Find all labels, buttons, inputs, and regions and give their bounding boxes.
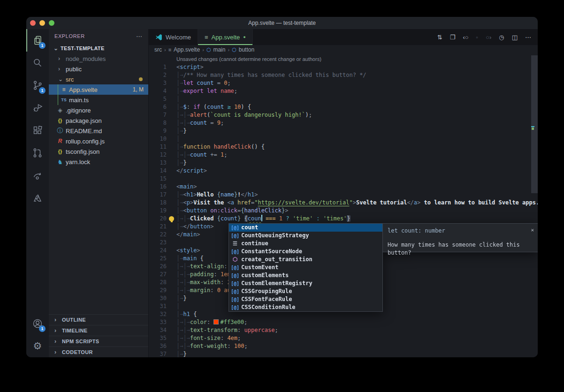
section-outline[interactable]: ›OUTLINE [49, 314, 148, 325]
code-line-15[interactable]: 15 [149, 175, 538, 183]
suggestion-countqueuingstrategy[interactable]: [@]CountQueuingStrategy [229, 232, 382, 240]
suggestion-cssfontfacerule[interactable]: [@]CSSFontFaceRule [229, 295, 382, 303]
sidebar-item-github-pull-requests[interactable] [26, 142, 49, 164]
root-folder-label: TEST-TEMPLATE [61, 45, 105, 51]
close-icon[interactable]: ✕ [531, 226, 534, 234]
code-line-7[interactable]: 7│→│→alert(`count is dangerously high!`)… [149, 111, 538, 119]
tree-item-yarn-lock[interactable]: ♞yarn.lock [49, 157, 148, 167]
section-timeline[interactable]: ›TIMELINE [49, 325, 148, 336]
breadcrumb-button[interactable]: button [239, 46, 254, 53]
tree-item--gitignore[interactable]: ◈.gitignore [49, 105, 148, 115]
tab-welcome[interactable]: Welcome [149, 29, 198, 45]
previous-change-icon[interactable]: ‹○ [463, 34, 468, 41]
line-number: 26 [149, 263, 167, 271]
code-line-1[interactable]: 1<script> [149, 63, 538, 71]
zoom-window-button[interactable] [49, 20, 54, 26]
code-line-4[interactable]: 4│→export let name; [149, 87, 538, 95]
code-line-19[interactable]: 19│→<button on:click={handleClick}> [149, 207, 538, 215]
suggestion-customelementregistry[interactable]: [@]CustomElementRegistry [229, 279, 382, 287]
code-line-9[interactable]: 9│→} [149, 127, 538, 135]
sidebar-item-source-control[interactable]: 1 [26, 74, 49, 97]
accounts-button[interactable]: 1 [26, 312, 49, 335]
tree-item-public[interactable]: ›public [49, 64, 148, 74]
tree-item-rollup-config-js[interactable]: Rrollup.config.js [49, 136, 148, 146]
section-npm-scripts[interactable]: ›NPM SCRIPTS [49, 336, 148, 347]
git-compare-icon[interactable]: ⇅ [437, 34, 442, 41]
code-line-2[interactable]: 2│→/** How many times has someone clicke… [149, 71, 538, 79]
code-line-36[interactable]: 36│→│→font-weight: 100; [149, 342, 538, 350]
tree-item-node-modules[interactable]: ›node_modules [49, 53, 148, 64]
symbol-variable-icon: [@] [229, 264, 241, 271]
breadcrumb-src[interactable]: src [154, 46, 162, 53]
title-bar[interactable]: App.svelte — test-template [26, 17, 538, 29]
tree-item-src[interactable]: ⌄src [49, 74, 148, 84]
sidebar-item-azure[interactable] [26, 187, 49, 209]
code-line-16[interactable]: 16<main> [149, 183, 538, 191]
suggestion-create_out_transition[interactable]: ⬡create_out_transition [229, 256, 382, 264]
suggestion-continue[interactable]: ☰continue [229, 240, 382, 248]
suggestion-count[interactable]: [@]count [229, 224, 382, 232]
split-editor-icon[interactable]: ◫ [512, 34, 518, 41]
open-changes-icon[interactable]: ❐ [450, 34, 456, 41]
file-history-icon[interactable]: ◷ [499, 34, 504, 41]
sidebar-item-extensions[interactable] [26, 119, 49, 142]
tree-item-app-svelte[interactable]: ≡App.svelte1, M [49, 84, 148, 95]
sidebar-item-run-debug[interactable] [26, 97, 49, 119]
breadcrumb-main[interactable]: main [213, 46, 225, 53]
code-line-12[interactable]: 12│→│→count += 1; [149, 151, 538, 159]
code-line-10[interactable]: 10│ [149, 135, 538, 143]
suggestion-cssgroupingrule[interactable]: [@]CSSGroupingRule [229, 287, 382, 295]
minimize-window-button[interactable] [39, 20, 45, 26]
current-change-icon[interactable]: ◦ [476, 34, 479, 41]
code-line-33[interactable]: 33│→│→color: #ff3e00; [149, 318, 538, 326]
color-swatch[interactable] [214, 320, 218, 324]
suggestion-label: count [241, 224, 258, 232]
line-number: 30 [149, 294, 167, 302]
code-line-5[interactable]: 5│ [149, 95, 538, 103]
sidebar-title: EXPLORER [54, 33, 85, 39]
lightbulb-icon[interactable] [169, 216, 174, 221]
close-window-button[interactable] [30, 20, 36, 26]
breadcrumb-app-svelte[interactable]: App.svelte [174, 46, 200, 53]
symbol-variable-icon: [@] [229, 232, 241, 240]
next-change-icon[interactable]: ○› [486, 34, 491, 41]
suggestion-customelements[interactable]: [@]customElements [229, 271, 382, 279]
tree-item-package-json[interactable]: {}package.json [49, 115, 148, 126]
code-line-14[interactable]: 14</script> [149, 167, 538, 175]
tab-app-svelte[interactable]: ≡ App.svelte ● [198, 29, 253, 45]
section-codetour[interactable]: ›CODETOUR [49, 347, 148, 357]
code-line-35[interactable]: 35│→│→font-size: 4em; [149, 334, 538, 342]
tree-root-test-template[interactable]: ⌄ TEST-TEMPLATE [49, 43, 148, 53]
tree-item-readme-md[interactable]: ⓘREADME.md [49, 126, 148, 136]
file-tree: ›node_modules›public⌄src≡App.svelte1, MT… [49, 53, 148, 167]
sidebar-more-actions-icon[interactable]: ⋯ [136, 33, 143, 40]
code-editor[interactable]: [@]count[@]CountQueuingStrategy☰continue… [149, 54, 538, 357]
code-line-3[interactable]: 3│→let count = 0; [149, 79, 538, 87]
suggestion-constantsourcenode[interactable]: [@]ConstantSourceNode [229, 248, 382, 256]
code-line-8[interactable]: 8│→│→count = 9; [149, 119, 538, 127]
live-share-icon [32, 170, 43, 181]
code-line-11[interactable]: 11│→function handleClick() { [149, 143, 538, 151]
more-actions-icon[interactable]: ⋯ [525, 34, 531, 41]
suggestion-customevent[interactable]: [@]CustomEvent [229, 264, 382, 271]
line-number: 18 [149, 199, 167, 207]
code-line-37[interactable]: 37│→} [149, 350, 538, 357]
code-line-6[interactable]: 6│→$: if (count ≥ 10) { [149, 103, 538, 111]
suggestion-label: customElements [241, 271, 289, 279]
tree-item-tsconfig-json[interactable]: {}tsconfig.json [49, 146, 148, 157]
suggestion-cssconditionrule[interactable]: [@]CSSConditionRule [229, 303, 382, 311]
suggestion-docs: let count: number How many times has som… [383, 223, 538, 252]
sidebar-item-explorer[interactable]: 1 [26, 29, 49, 52]
line-number: 28 [149, 279, 167, 286]
sidebar-item-search[interactable] [26, 52, 49, 74]
code-line-13[interactable]: 13│→} [149, 159, 538, 167]
code-line-17[interactable]: 17│→<h1>Hello {name}!</h1> [149, 191, 538, 199]
line-number: 29 [149, 286, 167, 294]
code-line-18[interactable]: 18│→<p>Visit the <a href="https://svelte… [149, 199, 538, 207]
line-number: 22 [149, 231, 167, 239]
tree-item-main-ts[interactable]: TSmain.ts [49, 95, 148, 105]
code-line-34[interactable]: 34│→│→text-transform: uppercase; [149, 326, 538, 334]
code-line-20[interactable]: 20│→│→Clicked {count} {coun === 1 ? 'tim… [149, 215, 538, 223]
settings-button[interactable]: ⚙ [26, 335, 49, 357]
sidebar-item-live-share[interactable] [26, 164, 49, 187]
